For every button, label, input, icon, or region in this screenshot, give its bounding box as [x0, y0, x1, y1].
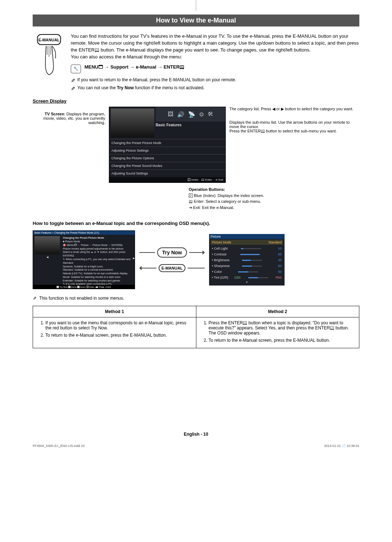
manual-h2: Changing the Preset Picture Mode — [63, 236, 131, 240]
operation-buttons-heading: Operation Buttons: — [189, 186, 359, 193]
intro-paragraph-2: You can also access the e-Manual through… — [71, 54, 359, 61]
submenu-row: Changing the Preset Picture Mode — [109, 139, 225, 147]
submenu-row: Adjusting Picture Settings — [109, 147, 225, 154]
crop-mark-top — [196, 0, 196, 11]
method2-step: Press the ENTER🕮 button when a topic is … — [209, 320, 355, 336]
category-icon: 🖼 — [168, 111, 173, 118]
submenu-label: Displays the sub-menu list. Use the arro… — [229, 120, 359, 133]
operation-buttons-block: Operation Buttons: 🄳 Blue (Index): Displ… — [189, 186, 359, 210]
picture-setting-row: • Brightness45 — [211, 257, 283, 263]
manual-bullet: Entertain: Suitable for watching movies … — [63, 279, 131, 283]
intro-section: E-MANUAL You can find instructions for y… — [33, 33, 359, 93]
picture-panel-title: Picture — [209, 234, 285, 239]
try-now-arrow: Try Now — [139, 247, 205, 258]
picture-tint-row: • Tint (G/R) G50 R50 — [211, 275, 283, 280]
category-icon: ⚙ — [199, 111, 204, 118]
manual-thumbnail — [34, 236, 60, 254]
category-icon: 📡 — [188, 111, 195, 118]
note-not-enabled: This function is not enabled in some men… — [33, 296, 359, 301]
picture-mode-row: Picture Mode Standard — [211, 240, 283, 245]
submenu-row: Changing the Picture Options — [109, 154, 225, 162]
tv-bottom-bar: 🄳 Index 🕮 Enter ⇥ Exit — [109, 177, 225, 182]
manual-bullet: Standard: Suitable for a normal environm… — [63, 268, 131, 272]
category-list-label: The category list. Press ◀ or ▶ button t… — [229, 107, 359, 111]
page-footer: English - 10 — [33, 432, 359, 437]
menu-path-text: MENU🗔 → Support → e-Manual → ENTER🕮 — [85, 64, 184, 70]
osd-picture-panel: Picture Picture Mode Standard • Cell Lig… — [209, 234, 285, 286]
picture-setting-row: • Sharpness50 — [211, 263, 283, 269]
manual-path: 🎯 MENU🗔 → Picture → Picture Mode → ENTER… — [63, 243, 131, 247]
manual-header: Basic Features > Changing the Preset Pic… — [33, 231, 135, 235]
screen-display-diagram: TV Screen: Displays the program, movie, … — [33, 107, 359, 183]
emanual-button-label: E-MANUAL — [38, 38, 60, 42]
category-icon: 🔊 — [177, 111, 184, 118]
method1-step: To return to the e-Manual screen, press … — [45, 333, 192, 338]
manual-desc: Picture modes apply preset adjustments t… — [63, 247, 131, 258]
remote-button-illustration: E-MANUAL — [33, 33, 65, 93]
method1-heading: Method 1 — [33, 306, 196, 317]
picture-setting-row: • Contrast95 — [211, 251, 283, 257]
print-filename: PF4500_5300-ZA_ENG-US.indd 10 — [33, 444, 85, 448]
tv-screen-label: TV Screen: Displays the program, movie, … — [33, 107, 105, 125]
note-return: If you want to return to the e-Manual, p… — [71, 77, 359, 83]
emanual-topic-screen: Basic Features > Changing the Preset Pic… — [33, 230, 135, 289]
manual-hint: ✎ When connecting a PC, you can only sel… — [63, 258, 131, 265]
page-title-banner: How to View the e-Manual — [33, 15, 359, 26]
method1-step: If you want to use the menu that corresp… — [45, 320, 192, 330]
print-timestamp: 2013-01-21 📄 10:38:01 — [324, 444, 359, 448]
manual-bullet: Movie: Suitable for watching movies in a… — [63, 275, 131, 279]
print-metadata: PF4500_5300-ZA_ENG-US.indd 10 2013-01-21… — [33, 444, 359, 448]
manual-bullet: Dynamic: Suitable for a bright room. — [63, 265, 131, 268]
op-exit: ⇥ Exit: Exit the e-Manual. — [189, 205, 359, 211]
op-enter: 🕮 Enter: Select a category or sub-menu. — [189, 198, 359, 205]
intro-paragraph-1: You can find instructions for your TV's … — [71, 33, 359, 54]
picture-setting-row: • Cell Light10 — [211, 246, 283, 251]
submenu-row: Adjusting Sound Settings — [109, 169, 225, 177]
methods-table: Method 1 Method 2 If you want to use the… — [33, 306, 359, 348]
screen-display-heading: Screen Display — [33, 98, 359, 104]
manual-h3: ■ Picture Mode — [63, 240, 131, 243]
manual-footer-bar: 🅰 Try Now 🅱 Home 🅲 Zoom 🄳 Index ◀▶ Page … — [33, 285, 135, 289]
emanual-button-graphic: E-MANUAL — [159, 264, 186, 272]
method2-heading: Method 2 — [196, 306, 359, 317]
picture-setting-row: • Color50 — [211, 269, 283, 275]
category-icon: 🛠 — [208, 111, 213, 118]
try-now-button-graphic: Try Now — [157, 247, 187, 258]
note-trynow: You can not use the Try Now function if … — [71, 85, 359, 91]
op-blue: 🄳 Blue (Index): Displays the index scree… — [189, 193, 359, 199]
emanual-arrow: E-MANUAL — [139, 264, 205, 272]
manual-bullet: Natural (LED TV): Suitable for an eye co… — [63, 272, 131, 275]
method2-step: To return to the e-Manual screen, press … — [209, 338, 355, 343]
menu-path: 🔧 MENU🗔 → Support → e-Manual → ENTER🕮 — [71, 64, 359, 73]
emanual-tv-mock: 🖼 🔊 📡 ⚙ 🛠 Basic Features Changing the Pr… — [109, 107, 226, 183]
toggle-heading: How to toggle between an e-Manual topic … — [33, 221, 359, 226]
tv-thumbnail — [111, 108, 154, 137]
category-icon-row: 🖼 🔊 📡 ⚙ 🛠 — [156, 107, 225, 122]
toggle-diagram: Basic Features > Changing the Preset Pic… — [33, 230, 359, 289]
submenu-row: Changing the Preset Sound Modes — [109, 162, 225, 169]
menu-nav-icon: 🔧 — [71, 65, 81, 73]
